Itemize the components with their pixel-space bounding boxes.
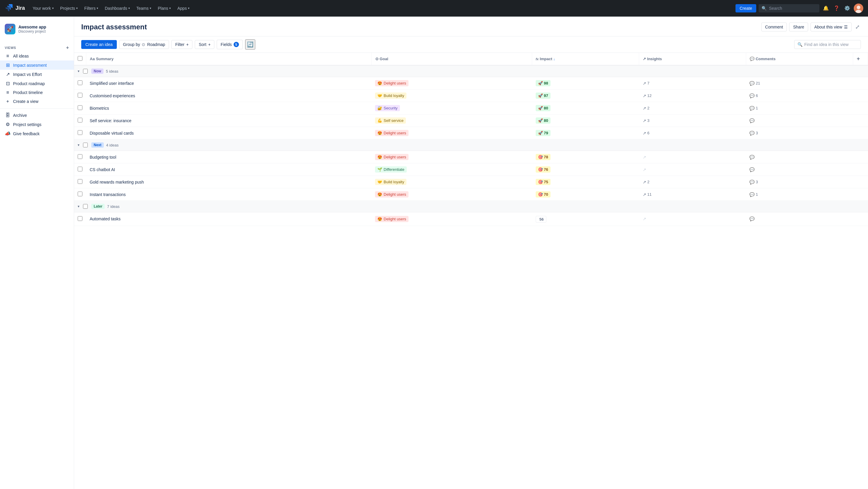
sidebar-item-product-roadmap[interactable]: ⊡Product roadmap	[0, 79, 74, 88]
header-add-col[interactable]: +	[853, 53, 868, 65]
impact-score[interactable]: 🚀 97	[536, 93, 551, 99]
search-input[interactable]	[769, 6, 816, 11]
notifications-icon[interactable]: 🔔	[822, 4, 830, 12]
add-view-icon[interactable]: +	[66, 45, 69, 51]
row-select-checkbox[interactable]	[78, 105, 83, 110]
nav-item-apps[interactable]: Apps ▾	[174, 4, 192, 12]
nav-item-dashboards[interactable]: Dashboards ▾	[102, 4, 133, 12]
goal-badge[interactable]: 🔐 Security	[375, 105, 400, 111]
nav-item-plans[interactable]: Plans ▾	[155, 4, 174, 12]
ideas-search-box[interactable]: 🔍	[794, 40, 861, 49]
sidebar-item-create-a-view[interactable]: +Create a view	[0, 97, 74, 106]
sidebar-bottom-archive[interactable]: 🗄Archive	[0, 111, 74, 120]
row-summary-text[interactable]: Instant transactions	[90, 192, 126, 197]
select-all-checkbox[interactable]	[78, 56, 83, 61]
sidebar-item-impact-assesment[interactable]: ⊞Impact assesment	[0, 61, 74, 70]
nav-create-button[interactable]: Create	[736, 4, 756, 12]
group-toggle-next[interactable]: ▾	[78, 143, 80, 147]
header-goal[interactable]: ⊙ Goal	[371, 53, 532, 65]
goal-badge[interactable]: 😍 Delight users	[375, 80, 408, 86]
group-toggle-now[interactable]: ▾	[78, 69, 80, 73]
row-summary-text[interactable]: Gold rewards marketing push	[90, 180, 144, 184]
nav-item-your-work[interactable]: Your work ▾	[30, 4, 57, 12]
goal-badge[interactable]: 🤝 Build loyalty	[375, 93, 406, 99]
nav-item-projects[interactable]: Projects ▾	[57, 4, 81, 12]
settings-icon[interactable]: ⚙️	[843, 4, 851, 12]
row-select-checkbox[interactable]	[78, 154, 83, 159]
header-impact[interactable]: fx Impact ↓	[532, 53, 639, 65]
group-toggle-later[interactable]: ▾	[78, 204, 80, 209]
header-summary[interactable]: Aa Summary	[86, 53, 372, 65]
goal-badge[interactable]: 😍 Delight users	[375, 191, 408, 197]
sidebar-item-impact-vs-effort[interactable]: ↗Impact vs Effort	[0, 70, 74, 79]
impact-score[interactable]: 🚀 98	[536, 80, 551, 86]
row-summary-text[interactable]: Simplified user interface	[90, 81, 134, 86]
row-summary-text[interactable]: Biometrics	[90, 106, 109, 111]
row-select-checkbox[interactable]	[78, 118, 83, 122]
share-button[interactable]: Share	[789, 23, 808, 31]
impact-score[interactable]: 🎯 70	[536, 191, 551, 197]
goal-badge[interactable]: 😍 Delight users	[375, 154, 408, 160]
nav-item-filters[interactable]: Filters ▾	[81, 4, 101, 12]
impact-score[interactable]: 🚀 80	[536, 105, 551, 111]
row-select-checkbox[interactable]	[78, 130, 83, 135]
create-idea-button[interactable]: Create an idea	[81, 40, 117, 49]
header-insights[interactable]: ↗ Insights	[639, 53, 746, 65]
header-comments[interactable]: 💬 Comments	[746, 53, 853, 65]
impact-score[interactable]: 56	[536, 216, 546, 223]
insights-value: ↗6	[643, 131, 743, 135]
expand-button[interactable]: ⤢	[854, 23, 861, 31]
goal-badge[interactable]: 💪 Self service	[375, 117, 406, 124]
goal-badge[interactable]: 😍 Delight users	[375, 216, 408, 222]
comment-button[interactable]: Comment	[761, 23, 787, 31]
goal-badge[interactable]: 🤝 Build loyalty	[375, 179, 406, 185]
row-select-checkbox[interactable]	[78, 80, 83, 85]
impact-score[interactable]: 🎯 75	[536, 179, 551, 185]
row-select-checkbox[interactable]	[78, 93, 83, 97]
row-summary-text[interactable]: Automated tasks	[90, 216, 121, 221]
sidebar-project[interactable]: 🚀 Awesome app Discovery project	[0, 21, 74, 39]
sidebar-item-product-timeline[interactable]: ≡Product timeline	[0, 88, 74, 97]
help-icon[interactable]: ❓	[832, 4, 841, 12]
sidebar-item-all-ideas[interactable]: ≡All ideas	[0, 52, 74, 61]
group-by-button[interactable]: Group by ⊙ Roadmap	[119, 40, 169, 49]
group-checkbox-next[interactable]	[83, 143, 88, 147]
comment-icon: 💬	[749, 93, 754, 98]
nav-logo[interactable]: Jira	[5, 4, 25, 12]
impact-score[interactable]: 🎯 78	[536, 154, 551, 160]
row-summary-text[interactable]: Customised experiences	[90, 93, 135, 98]
comments-value: 💬1	[749, 192, 849, 197]
impact-score[interactable]: 🚀 80	[536, 117, 551, 124]
sidebar-bottom-give-feedback[interactable]: 📣Give feedback	[0, 129, 74, 138]
row-impact-cell: 🚀 79	[532, 127, 639, 140]
ideas-search-input[interactable]	[804, 42, 858, 47]
row-summary-text[interactable]: Self service: insurance	[90, 118, 132, 123]
group-checkbox-now[interactable]	[83, 69, 88, 73]
nav-item-teams[interactable]: Teams ▾	[133, 4, 154, 12]
goal-badge[interactable]: 🌱 Differentiate	[375, 166, 407, 173]
comments-value: 💬3	[749, 131, 849, 135]
row-select-checkbox[interactable]	[78, 167, 83, 172]
filter-button[interactable]: Filter +	[172, 40, 192, 49]
impact-score[interactable]: 🎯 76	[536, 166, 551, 173]
sort-button[interactable]: Sort +	[195, 40, 214, 49]
row-select-checkbox[interactable]	[78, 179, 83, 184]
impact-emoji: 🚀	[538, 106, 543, 110]
row-summary-text[interactable]: CS chatbot AI	[90, 167, 115, 172]
goal-badge[interactable]: 😍 Delight users	[375, 130, 408, 136]
about-view-button[interactable]: About this view ☰	[810, 23, 852, 31]
row-insights-cell: ↗	[639, 163, 746, 176]
user-avatar[interactable]	[854, 4, 863, 13]
fields-button[interactable]: Fields 5	[217, 40, 243, 49]
impact-score[interactable]: 🚀 79	[536, 130, 551, 136]
nav-search-box[interactable]: 🔍	[758, 4, 819, 12]
sidebar-bottom-project-settings[interactable]: ⚙Project settings	[0, 120, 74, 129]
top-navigation: Jira Your work ▾Projects ▾Filters ▾Dashb…	[0, 0, 868, 17]
row-summary-text[interactable]: Budgeting tool	[90, 155, 117, 159]
add-column-icon[interactable]: +	[857, 56, 860, 62]
group-checkbox-later[interactable]	[83, 204, 88, 209]
refresh-button[interactable]: 🔄	[245, 39, 255, 50]
row-summary-text[interactable]: Disposable virtual cards	[90, 131, 134, 135]
row-select-checkbox[interactable]	[78, 216, 83, 221]
row-select-checkbox[interactable]	[78, 191, 83, 196]
